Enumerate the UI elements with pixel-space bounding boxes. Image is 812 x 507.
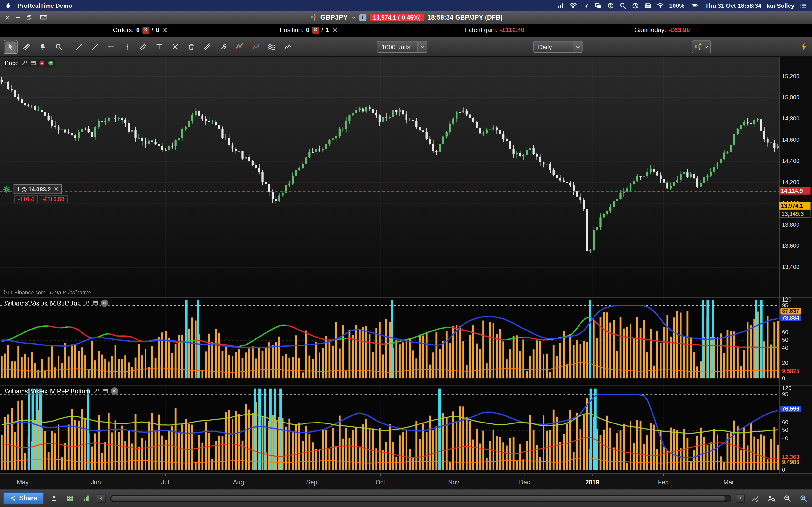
delete-tool[interactable]	[185, 40, 198, 54]
trendline-tool[interactable]	[88, 40, 102, 54]
time-axis-label: Jul	[161, 478, 169, 486]
symbol-chevron-icon[interactable]	[351, 15, 356, 20]
orders-settings-icon[interactable]	[162, 27, 168, 33]
displays-icon[interactable]	[595, 2, 602, 9]
battery-icon[interactable]	[690, 2, 700, 9]
indicator-axis-label: 78.884	[780, 314, 801, 321]
vixfix-top-settings-icon[interactable]	[83, 300, 89, 306]
units-chevron-icon[interactable]	[417, 41, 427, 52]
menubar-clock[interactable]: Thu 31 Oct 18:58:34	[705, 2, 761, 9]
elliott-tool[interactable]	[281, 40, 295, 54]
app-menu-title[interactable]: ProRealTime Demo	[18, 2, 72, 9]
close-position-x-icon[interactable]: ✕	[54, 186, 58, 192]
position-widget: 1 @ 14,083.2 ✕ -110.4 -£110.50	[2, 184, 68, 203]
help-icon[interactable]	[607, 2, 614, 9]
indicator-axis-label: 60	[782, 329, 788, 336]
zigzag-tool[interactable]	[233, 40, 247, 54]
restore-window-icon[interactable]	[26, 14, 32, 20]
units-dropdown[interactable]: 1000 units	[377, 41, 427, 53]
share-button[interactable]: Share	[3, 492, 44, 504]
vixfix-bottom-canvas[interactable]	[0, 385, 779, 473]
vixfix-top-close-icon[interactable]: ✕	[101, 300, 108, 307]
time-machine-icon[interactable]	[632, 2, 639, 9]
zoom-tool[interactable]	[52, 40, 66, 54]
expand-panel-icon[interactable]	[48, 60, 54, 66]
instrument-info-icon[interactable]: i	[359, 14, 366, 20]
vixfix-bottom-close-icon[interactable]: ✕	[111, 388, 118, 395]
order-price-badge: 13,949.3	[779, 210, 811, 218]
window-titlebar: GBPJPY i 13,974.1 (-0.45%) 18:58:34 GBP/…	[0, 11, 812, 24]
time-axis[interactable]: MayJunJulAugSepOctNovDec2019FebMar	[0, 473, 812, 489]
segment-tool[interactable]	[72, 40, 86, 54]
price-chart-canvas[interactable]	[0, 57, 779, 297]
time-axis-label: Aug	[233, 478, 244, 486]
price-settings-icon[interactable]	[21, 60, 28, 66]
channel-tool[interactable]	[136, 40, 150, 54]
chart-horizontal-scrollbar[interactable]	[110, 495, 731, 502]
indicator-axis-label: 50	[782, 337, 788, 344]
prorealtime-flash-icon[interactable]	[799, 41, 808, 52]
vixfix-top-axis: 1209587.63778.884605040209.58750	[780, 297, 812, 385]
parallel-lines-tool[interactable]	[200, 40, 214, 54]
vertical-line-tool[interactable]	[120, 40, 134, 54]
location-icon[interactable]	[582, 2, 590, 9]
price-axis-label: 14,800	[782, 115, 800, 122]
vixfix-bottom-window-icon[interactable]	[102, 388, 108, 394]
add-contact-icon[interactable]	[49, 493, 60, 504]
timeframe-chevron-icon[interactable]	[573, 41, 582, 52]
time-axis-label: Oct	[375, 478, 385, 486]
latent-gain-value: -£110.40	[500, 26, 524, 34]
apple-menu[interactable]	[5, 2, 11, 9]
time-axis-label: Feb	[658, 478, 668, 486]
ruler-tool[interactable]	[19, 40, 34, 54]
position-settings-icon[interactable]	[332, 27, 338, 33]
drawing-tools[interactable]	[216, 40, 231, 54]
chart-type-dropdown[interactable]	[692, 40, 711, 53]
cancel-orders-icon[interactable]: ✕	[142, 26, 149, 33]
time-axis-label: Sep	[306, 478, 317, 486]
scrollbar-thumb[interactable]	[111, 496, 725, 501]
zigzag-arrow-tool[interactable]	[249, 40, 263, 54]
price-window-icon[interactable]	[30, 60, 37, 66]
close-window-icon[interactable]	[4, 14, 10, 20]
menubar-user[interactable]: Ian Solley	[767, 2, 794, 9]
indicator-axis-label: 20	[782, 360, 788, 367]
collapse-panel-icon[interactable]	[39, 60, 45, 66]
minimize-window-icon[interactable]	[15, 14, 21, 20]
vixfix-top-window-icon[interactable]	[92, 300, 98, 306]
scroll-left-button[interactable]	[97, 494, 105, 502]
vixfix-bottom-settings-icon[interactable]	[93, 388, 99, 394]
control-center-icon[interactable]	[644, 2, 652, 9]
pitchfork-tool[interactable]	[168, 40, 182, 54]
vixfix-top-canvas[interactable]	[0, 297, 779, 385]
keyboard-icon[interactable]	[40, 13, 48, 21]
close-position-icon[interactable]: ✕	[312, 26, 319, 33]
symbol-selector[interactable]: GBPJPY	[320, 13, 348, 21]
chart-edit-icon[interactable]	[749, 493, 761, 504]
position-group: Position: 0 ✕ / 1	[280, 26, 338, 34]
vixfix-top-header: Williams' VixFix IV R+P Top ✕	[3, 299, 110, 307]
gain-today-group: Gain today: -£63.90	[635, 26, 690, 34]
volume-columns-icon[interactable]	[81, 493, 92, 504]
text-tool[interactable]	[152, 40, 166, 54]
waves-tool[interactable]	[265, 40, 278, 54]
signal-status-icon[interactable]	[557, 2, 564, 9]
scroll-right-button[interactable]	[736, 494, 745, 502]
trading-table-icon[interactable]	[64, 493, 76, 504]
chart-type-chevron-icon[interactable]	[704, 44, 709, 49]
position-gears-icon[interactable]	[2, 184, 12, 194]
zoom-in-button[interactable]	[798, 493, 809, 504]
wifi-icon[interactable]	[657, 2, 664, 9]
zoom-out-button[interactable]	[781, 493, 793, 504]
horizontal-line-tool[interactable]	[104, 40, 118, 54]
menubar-list-icon[interactable]	[800, 2, 807, 9]
alert-tool[interactable]	[36, 40, 50, 54]
orders-group: Orders: 0 ✕ / 0	[113, 26, 168, 34]
dropbox-icon[interactable]	[570, 2, 577, 9]
position-label: Position:	[280, 26, 304, 34]
timeframe-dropdown[interactable]: Daily	[534, 41, 582, 53]
price-panel-title: Price	[5, 59, 19, 67]
spotlight-icon[interactable]	[619, 2, 627, 9]
select-tool[interactable]	[4, 40, 18, 54]
search-user-icon[interactable]	[765, 493, 777, 504]
